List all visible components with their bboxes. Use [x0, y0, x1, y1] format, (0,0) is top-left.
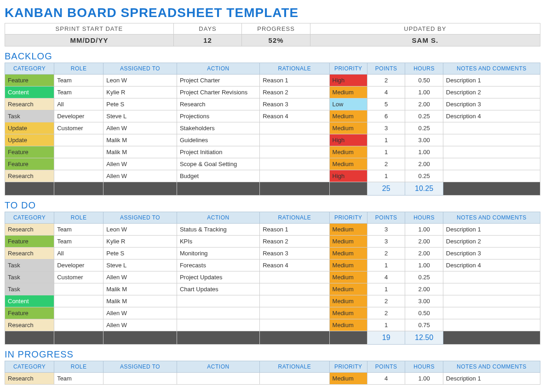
cell-category[interactable]: Content — [5, 86, 54, 98]
cell-points[interactable]: 2 — [367, 75, 405, 86]
cell-category[interactable]: Feature — [5, 158, 54, 170]
cell-hours[interactable]: 2.00 — [405, 248, 443, 259]
cell-priority[interactable]: High — [329, 75, 367, 86]
cell-assigned[interactable]: Allen W — [103, 158, 177, 170]
cell-priority[interactable]: Medium — [329, 307, 367, 319]
cell-category[interactable]: Research — [5, 319, 54, 331]
cell-role[interactable] — [54, 283, 103, 295]
cell-rationale[interactable]: Reason 4 — [260, 110, 329, 122]
cell-points[interactable]: 1 — [367, 146, 405, 158]
cell-action[interactable]: Project Updates — [177, 271, 259, 283]
cell-notes[interactable]: Description 4 — [443, 259, 540, 271]
cell-assigned[interactable]: Allen W — [103, 319, 177, 331]
cell-role[interactable] — [54, 307, 103, 319]
cell-category[interactable]: Research — [5, 98, 54, 110]
cell-category[interactable]: Update — [5, 122, 54, 134]
cell-role[interactable]: Team — [54, 86, 103, 98]
cell-action[interactable]: Monitoring — [177, 248, 259, 259]
cell-category[interactable]: Task — [5, 271, 54, 283]
cell-points[interactable]: 4 — [367, 86, 405, 98]
cell-points[interactable]: 5 — [367, 98, 405, 110]
cell-rationale[interactable]: Reason 2 — [260, 86, 329, 98]
cell-priority[interactable]: Medium — [329, 158, 367, 170]
cell-hours[interactable]: 3.00 — [405, 134, 443, 146]
cell-points[interactable]: 4 — [367, 373, 405, 385]
cell-points[interactable]: 6 — [367, 110, 405, 122]
cell-role[interactable]: All — [54, 248, 103, 259]
cell-rationale[interactable] — [260, 134, 329, 146]
cell-priority[interactable]: Medium — [329, 248, 367, 259]
cell-rationale[interactable] — [260, 295, 329, 307]
cell-points[interactable]: 1 — [367, 134, 405, 146]
cell-rationale[interactable] — [260, 373, 329, 385]
cell-assigned[interactable]: Leon W — [103, 75, 177, 86]
cell-priority[interactable]: Low — [329, 98, 367, 110]
cell-action[interactable]: Projections — [177, 110, 259, 122]
cell-action[interactable]: Scope & Goal Setting — [177, 158, 259, 170]
cell-hours[interactable]: 1.00 — [405, 86, 443, 98]
cell-hours[interactable]: 2.00 — [405, 236, 443, 248]
cell-category[interactable]: Feature — [5, 236, 54, 248]
cell-priority[interactable]: Medium — [329, 373, 367, 385]
cell-hours[interactable]: 2.00 — [405, 283, 443, 295]
cell-rationale[interactable]: Reason 3 — [260, 98, 329, 110]
cell-role[interactable] — [54, 158, 103, 170]
cell-hours[interactable]: 1.00 — [405, 224, 443, 236]
cell-assigned[interactable]: Allen W — [103, 307, 177, 319]
cell-notes[interactable] — [443, 158, 540, 170]
cell-assigned[interactable]: Pete S — [103, 248, 177, 259]
cell-rationale[interactable] — [260, 122, 329, 134]
meta-value-updated[interactable]: SAM S. — [310, 35, 540, 46]
cell-rationale[interactable]: Reason 1 — [260, 75, 329, 86]
cell-action[interactable] — [177, 295, 259, 307]
cell-action[interactable]: Chart Updates — [177, 283, 259, 295]
cell-notes[interactable] — [443, 283, 540, 295]
cell-points[interactable]: 1 — [367, 259, 405, 271]
cell-notes[interactable] — [443, 319, 540, 331]
cell-action[interactable]: KPIs — [177, 236, 259, 248]
cell-action[interactable]: Research — [177, 98, 259, 110]
cell-category[interactable]: Content — [5, 295, 54, 307]
cell-priority[interactable]: Medium — [329, 283, 367, 295]
cell-action[interactable] — [177, 319, 259, 331]
cell-hours[interactable]: 0.50 — [405, 307, 443, 319]
cell-assigned[interactable]: Pete S — [103, 98, 177, 110]
cell-notes[interactable]: Description 2 — [443, 86, 540, 98]
cell-rationale[interactable] — [260, 283, 329, 295]
meta-value-start[interactable]: MM/DD/YY — [5, 35, 174, 46]
cell-hours[interactable]: 1.00 — [405, 259, 443, 271]
cell-notes[interactable]: Description 1 — [443, 75, 540, 86]
cell-rationale[interactable]: Reason 3 — [260, 248, 329, 259]
cell-rationale[interactable] — [260, 146, 329, 158]
cell-priority[interactable]: Medium — [329, 236, 367, 248]
cell-assigned[interactable]: Steve L — [103, 110, 177, 122]
cell-notes[interactable]: Description 4 — [443, 110, 540, 122]
cell-category[interactable]: Feature — [5, 75, 54, 86]
cell-rationale[interactable]: Reason 4 — [260, 259, 329, 271]
cell-action[interactable]: Project Charter — [177, 75, 259, 86]
cell-rationale[interactable] — [260, 158, 329, 170]
cell-assigned[interactable]: Kylie R — [103, 236, 177, 248]
cell-priority[interactable]: Medium — [329, 146, 367, 158]
cell-priority[interactable]: Medium — [329, 110, 367, 122]
cell-notes[interactable]: Description 2 — [443, 236, 540, 248]
cell-action[interactable]: Forecasts — [177, 259, 259, 271]
cell-points[interactable]: 1 — [367, 283, 405, 295]
cell-role[interactable] — [54, 146, 103, 158]
cell-rationale[interactable] — [260, 271, 329, 283]
cell-priority[interactable]: Medium — [329, 224, 367, 236]
cell-category[interactable]: Feature — [5, 307, 54, 319]
cell-hours[interactable]: 3.00 — [405, 295, 443, 307]
cell-points[interactable]: 2 — [367, 295, 405, 307]
cell-notes[interactable]: Description 3 — [443, 248, 540, 259]
cell-rationale[interactable] — [260, 319, 329, 331]
cell-assigned[interactable]: Kylie R — [103, 86, 177, 98]
cell-action[interactable]: Budget — [177, 170, 259, 182]
cell-role[interactable]: Team — [54, 224, 103, 236]
cell-role[interactable]: Team — [54, 373, 103, 385]
cell-points[interactable]: 2 — [367, 248, 405, 259]
cell-notes[interactable] — [443, 170, 540, 182]
cell-role[interactable]: Developer — [54, 259, 103, 271]
cell-role[interactable]: Developer — [54, 110, 103, 122]
cell-assigned[interactable]: Leon W — [103, 224, 177, 236]
